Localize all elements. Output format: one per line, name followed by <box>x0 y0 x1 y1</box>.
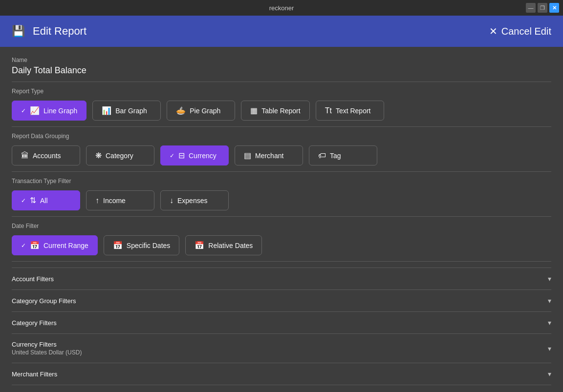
tag-button[interactable]: 🏷Tag <box>309 145 377 165</box>
data-grouping-label: Report Data Grouping <box>12 133 551 140</box>
transaction-filter-divider <box>12 216 551 217</box>
name-value: Daily Total Balance <box>12 65 551 76</box>
cancel-x-icon: ✕ <box>489 25 498 37</box>
table-report-label: Table Report <box>261 107 300 115</box>
specific-dates-icon: 📅 <box>113 241 123 250</box>
currency-filters-row[interactable]: Currency FiltersUnited States Dollar (US… <box>12 333 551 363</box>
all-button[interactable]: ✓⇅All <box>12 190 80 210</box>
merchant-filters-row[interactable]: Merchant Filters▾ <box>12 363 551 385</box>
category-button[interactable]: ❋Category <box>86 145 154 165</box>
pie-graph-label: Pie Graph <box>190 107 220 115</box>
date-filter-group: ✓📅Current Range📅Specific Dates📅Relative … <box>12 235 551 255</box>
accounts-icon: 🏛 <box>21 151 29 160</box>
category-filters-title: Category Filters <box>12 319 57 327</box>
category-filters-row[interactable]: Category Filters▾ <box>12 311 551 333</box>
report-type-section: Report Type ✓📈Line Graph📊Bar Graph🥧Pie G… <box>12 88 551 127</box>
header: 💾 Edit Report ✕ Cancel Edit <box>0 16 563 47</box>
titlebar-controls: — ❐ ✕ <box>526 3 559 13</box>
line-graph-button[interactable]: ✓📈Line Graph <box>12 101 87 121</box>
check-icon: ✓ <box>21 107 26 114</box>
currency-button[interactable]: ✓⊟Currency <box>160 145 229 165</box>
all-label: All <box>40 197 48 205</box>
relative-dates-icon: 📅 <box>195 241 204 250</box>
transaction-filter-group: ✓⇅All↑Income↓Expenses <box>12 190 551 210</box>
close-button[interactable]: ✕ <box>549 3 559 13</box>
save-icon: 💾 <box>12 25 25 38</box>
titlebar-title: reckoner <box>269 4 294 12</box>
current-range-button[interactable]: ✓📅Current Range <box>12 235 98 255</box>
text-report-button[interactable]: TtText Report <box>316 101 384 121</box>
date-filter-section: Date Filter ✓📅Current Range📅Specific Dat… <box>12 223 551 262</box>
name-label: Name <box>12 57 551 63</box>
currency-label: Currency <box>189 152 217 160</box>
check-icon: ✓ <box>170 152 174 159</box>
accounts-button[interactable]: 🏛Accounts <box>12 145 80 165</box>
line-graph-icon: 📈 <box>30 106 40 115</box>
accounts-label: Accounts <box>33 152 61 160</box>
merchant-filters-chevron: ▾ <box>548 370 551 378</box>
account-filters-chevron: ▾ <box>548 275 551 283</box>
line-graph-label: Line Graph <box>43 107 77 115</box>
table-report-icon: ▦ <box>250 106 258 115</box>
table-report-button[interactable]: ▦Table Report <box>241 101 309 121</box>
header-title: Edit Report <box>33 25 87 38</box>
merchant-filters-title: Merchant Filters <box>12 371 57 378</box>
bar-graph-button[interactable]: 📊Bar Graph <box>92 101 161 121</box>
report-type-divider <box>12 126 551 127</box>
data-grouping-group: 🏛Accounts❋Category✓⊟Currency▤Merchant🏷Ta… <box>12 145 551 165</box>
currency-filters-sub: United States Dollar (USD) <box>12 349 82 356</box>
category-group-filters-title: Category Group Filters <box>12 297 76 305</box>
currency-filters-chevron: ▾ <box>548 345 551 352</box>
income-button[interactable]: ↑Income <box>86 190 154 210</box>
income-label: Income <box>103 197 126 205</box>
category-group-filters-row[interactable]: Category Group Filters▾ <box>12 289 551 311</box>
check-icon: ✓ <box>21 197 26 204</box>
specific-dates-label: Specific Dates <box>127 242 170 249</box>
account-filters-row[interactable]: Account Filters▾ <box>12 268 551 289</box>
collapse-sections: Account Filters▾Category Group Filters▾C… <box>12 268 551 392</box>
category-filters-chevron: ▾ <box>548 319 551 327</box>
data-grouping-divider <box>12 171 551 172</box>
category-label: Category <box>106 152 133 160</box>
merchant-icon: ▤ <box>244 151 251 160</box>
specific-dates-button[interactable]: 📅Specific Dates <box>104 235 179 255</box>
merchant-button[interactable]: ▤Merchant <box>235 145 303 165</box>
expenses-button[interactable]: ↓Expenses <box>160 190 229 210</box>
date-filter-label: Date Filter <box>12 223 551 229</box>
cancel-edit-button[interactable]: ✕ Cancel Edit <box>489 25 551 37</box>
expenses-icon: ↓ <box>170 196 173 205</box>
cancel-label: Cancel Edit <box>501 26 551 37</box>
currency-icon: ⊟ <box>178 151 185 160</box>
report-type-group: ✓📈Line Graph📊Bar Graph🥧Pie Graph▦Table R… <box>12 101 551 121</box>
current-range-label: Current Range <box>43 242 88 249</box>
bar-graph-label: Bar Graph <box>115 107 147 115</box>
text-report-icon: Tt <box>325 106 332 115</box>
minimize-button[interactable]: — <box>526 3 536 13</box>
expenses-label: Expenses <box>177 197 207 205</box>
account-filters-title: Account Filters <box>12 275 54 283</box>
tag-filters-row[interactable]: Tag Filters▾ <box>12 385 551 392</box>
date-filter-divider <box>12 261 551 262</box>
header-left: 💾 Edit Report <box>12 25 87 38</box>
current-range-icon: 📅 <box>30 241 40 250</box>
tag-icon: 🏷 <box>318 151 326 160</box>
transaction-filter-label: Transaction Type Filter <box>12 178 551 185</box>
check-icon: ✓ <box>21 242 26 249</box>
content-area: Name Daily Total Balance Report Type ✓📈L… <box>0 47 563 392</box>
pie-graph-icon: 🥧 <box>176 106 186 115</box>
text-report-label: Text Report <box>336 107 371 115</box>
relative-dates-label: Relative Dates <box>208 242 253 249</box>
currency-filters-title: Currency Filters <box>12 341 82 348</box>
titlebar: reckoner — ❐ ✕ <box>0 0 563 16</box>
name-section: Name Daily Total Balance <box>12 57 551 82</box>
pie-graph-button[interactable]: 🥧Pie Graph <box>167 101 235 121</box>
category-group-filters-chevron: ▾ <box>548 297 551 305</box>
relative-dates-button[interactable]: 📅Relative Dates <box>185 235 262 255</box>
bar-graph-icon: 📊 <box>102 106 111 115</box>
category-icon: ❋ <box>95 151 102 160</box>
maximize-button[interactable]: ❐ <box>538 3 547 13</box>
tag-label: Tag <box>330 152 341 160</box>
all-icon: ⇅ <box>30 196 36 205</box>
report-type-label: Report Type <box>12 88 551 95</box>
name-divider <box>12 82 551 82</box>
